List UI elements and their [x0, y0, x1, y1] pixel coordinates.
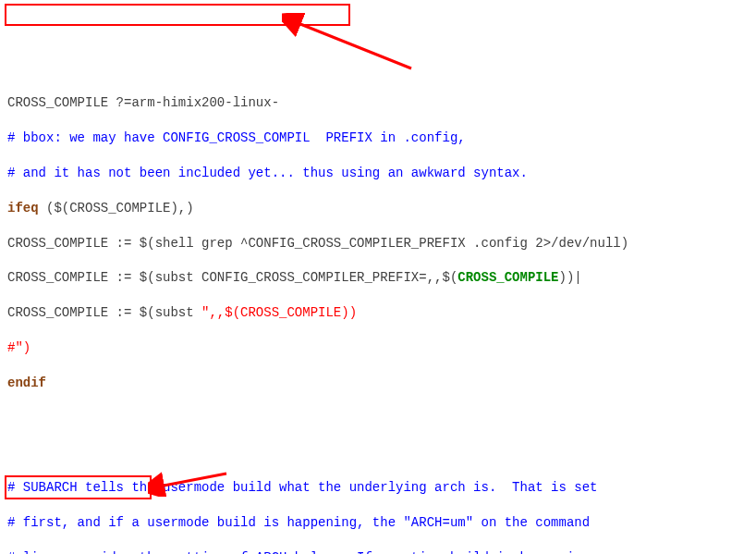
code-text: CROSS_COMPILE := $(subst CONFIG_CROSS_CO…	[7, 270, 457, 285]
code-text: CROSS_COMPILE := $(subst	[7, 305, 201, 320]
string: ",,$(CROSS_COMPILE))	[201, 305, 357, 320]
svg-line-1	[296, 22, 411, 68]
string: #")	[7, 340, 30, 355]
comment: # first, and if a usermode build is happ…	[7, 515, 590, 530]
keyword: endif	[7, 375, 46, 390]
code-line: CROSS_COMPILE ?=arm-himix200-linux-	[7, 95, 279, 110]
code-text: ($(CROSS_COMPILE),)	[39, 201, 194, 215]
highlight-box-top	[5, 4, 350, 26]
keyword: ifeq	[7, 201, 39, 215]
comment: # line overrides the setting of ARCH bel…	[7, 550, 598, 554]
comment: # SUBARCH tells the usermode build what …	[7, 480, 598, 495]
code-block: CROSS_COMPILE ?=arm-himix200-linux- # bb…	[7, 78, 749, 554]
code-text: ))|	[559, 270, 582, 285]
comment: # and it has not been included yet... th…	[7, 166, 528, 180]
comment: # bbox: we may have CONFIG_CROSS_COMPIL	[7, 130, 311, 145]
comment: PREFIX in .config,	[311, 130, 466, 145]
code-line: CROSS_COMPILE := $(shell grep ^CONFIG_CR…	[7, 236, 628, 251]
arrow-top-icon	[282, 13, 421, 73]
variable: CROSS_COMPILE	[457, 270, 558, 285]
